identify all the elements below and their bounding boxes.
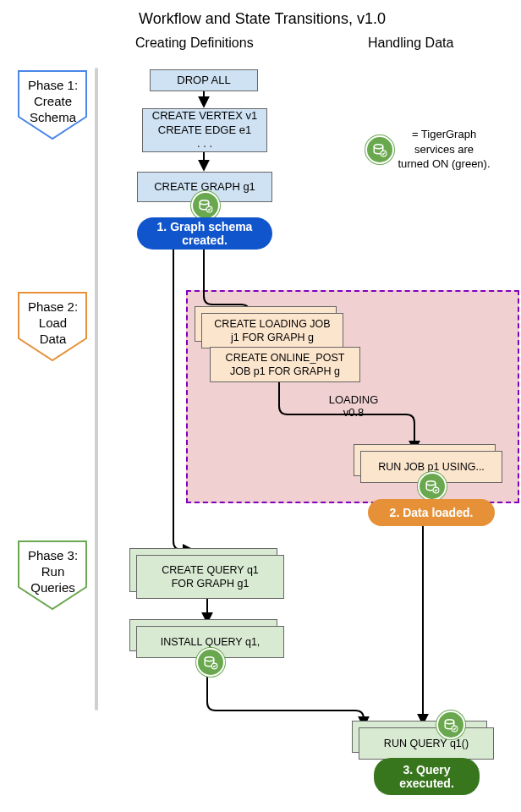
tg-icon-create-graph [191, 191, 220, 220]
state-data-loaded: 2. Data loaded. [368, 499, 495, 526]
box-drop-all: DROP ALL [150, 69, 258, 91]
tg-icon-run-job [418, 472, 447, 501]
svg-point-7 [426, 481, 436, 486]
card-create-online-post: CREATE ONLINE_POST JOB p1 FOR GRAPH g [210, 347, 360, 382]
state-query-executed: 3. Query executed. [374, 758, 480, 795]
card-create-loading-job: CREATE LOADING JOB j1 FOR GRAPH g [201, 313, 343, 348]
loading-version-label: LOADING v0.8 [320, 393, 387, 419]
box-create-vertex-edge: CREATE VERTEX v1 CREATE EDGE e1 . . . [142, 108, 267, 152]
tg-icon-install-query [196, 648, 225, 677]
svg-point-5 [200, 200, 209, 205]
tg-icon-run-query [436, 710, 465, 739]
card-run-query: RUN QUERY q1() [359, 727, 494, 760]
svg-point-11 [445, 720, 454, 724]
svg-point-9 [205, 657, 214, 661]
state-schema-created: 1. Graph schema created. [137, 217, 272, 250]
card-create-query: CREATE QUERY q1 FOR GRAPH g1 [136, 555, 284, 599]
